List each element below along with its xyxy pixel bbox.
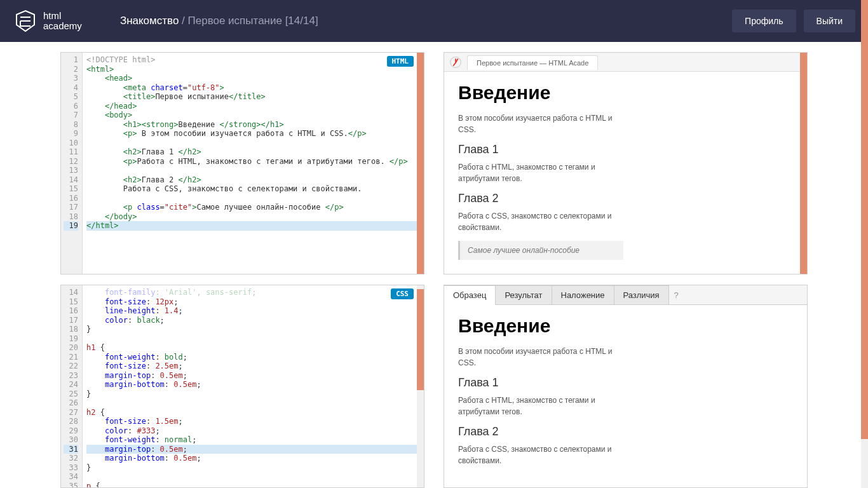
- css-code[interactable]: font-family: 'Arial', sans-serif; font-s…: [83, 285, 424, 487]
- tab-sample[interactable]: Образец: [444, 285, 496, 305]
- preview-p: Работа с HTML, знакомство с тегами и атр…: [458, 161, 623, 184]
- breadcrumb: Знакомство / Первое испытание [14/14]: [120, 15, 318, 27]
- browser-tab[interactable]: Первое испытание — HTML Acade: [467, 55, 598, 70]
- yandex-icon[interactable]: [447, 53, 465, 71]
- sample-h2: Глава 2: [458, 425, 793, 438]
- preview-h2: Глава 1: [458, 143, 793, 156]
- logo[interactable]: html academy: [13, 8, 82, 34]
- right-column: Первое испытание — HTML Acade Введение В…: [444, 52, 808, 488]
- browser-tabs: Первое испытание — HTML Acade: [444, 53, 807, 72]
- html-code[interactable]: <!DOCTYPE html><html> <head> <meta chars…: [83, 53, 424, 274]
- tab-overlay[interactable]: Наложение: [552, 285, 614, 304]
- preview-p: Работа с CSS, знакомство с селекторами и…: [458, 210, 623, 233]
- scrollbar[interactable]: [861, 0, 868, 488]
- compare-tabs: Образец Результат Наложение Различия ?: [444, 285, 807, 305]
- browser-body: Введение В этом пособии изучается работа…: [444, 72, 807, 274]
- compare-body: Введение В этом пособии изучается работа…: [444, 305, 807, 487]
- sample-h1: Введение: [458, 315, 793, 337]
- header-actions: Профиль Выйти: [732, 10, 855, 32]
- tab-result[interactable]: Результат: [496, 285, 552, 304]
- breadcrumb-course[interactable]: Знакомство: [120, 15, 179, 27]
- logout-button[interactable]: Выйти: [804, 10, 855, 32]
- logo-icon: [13, 8, 38, 34]
- breadcrumb-task[interactable]: Первое испытание [14/14]: [188, 15, 318, 27]
- sample-p: В этом пособии изучается работа с HTML и…: [458, 346, 623, 369]
- preview-p: В этом пособии изучается работа с HTML и…: [458, 112, 623, 135]
- css-editor[interactable]: CSS 141516171819202122232425262728293031…: [60, 285, 424, 488]
- sample-p: Работа с CSS, знакомство с селекторами и…: [458, 444, 623, 466]
- tab-diff[interactable]: Различия: [614, 285, 669, 304]
- logo-text: html academy: [43, 11, 82, 32]
- help-icon[interactable]: ?: [674, 290, 679, 300]
- html-gutter: 12345678910111213141516171819: [61, 53, 83, 274]
- html-badge: HTML: [387, 56, 414, 67]
- scrollbar[interactable]: [417, 53, 424, 274]
- scrollbar[interactable]: [417, 285, 424, 487]
- preview-cite: Самое лучшее онлайн-пособие: [458, 241, 623, 260]
- sample-h2: Глава 1: [458, 376, 793, 390]
- scrollbar[interactable]: [800, 53, 807, 274]
- main: HTML 12345678910111213141516171819 <!DOC…: [0, 42, 868, 488]
- preview-h2: Глава 2: [458, 192, 793, 205]
- compare-panel: Образец Результат Наложение Различия ? В…: [444, 285, 808, 488]
- css-gutter: 1415161718192021222324252627282930313233…: [61, 285, 83, 487]
- sample-p: Работа с HTML, знакомство с тегами и атр…: [458, 395, 623, 417]
- profile-button[interactable]: Профиль: [732, 10, 796, 32]
- left-column: HTML 12345678910111213141516171819 <!DOC…: [60, 52, 424, 488]
- result-browser: Первое испытание — HTML Acade Введение В…: [444, 52, 808, 274]
- html-editor[interactable]: HTML 12345678910111213141516171819 <!DOC…: [60, 52, 424, 274]
- css-badge: CSS: [391, 288, 414, 299]
- header: html academy Знакомство / Первое испытан…: [0, 0, 868, 42]
- preview-h1: Введение: [458, 82, 793, 104]
